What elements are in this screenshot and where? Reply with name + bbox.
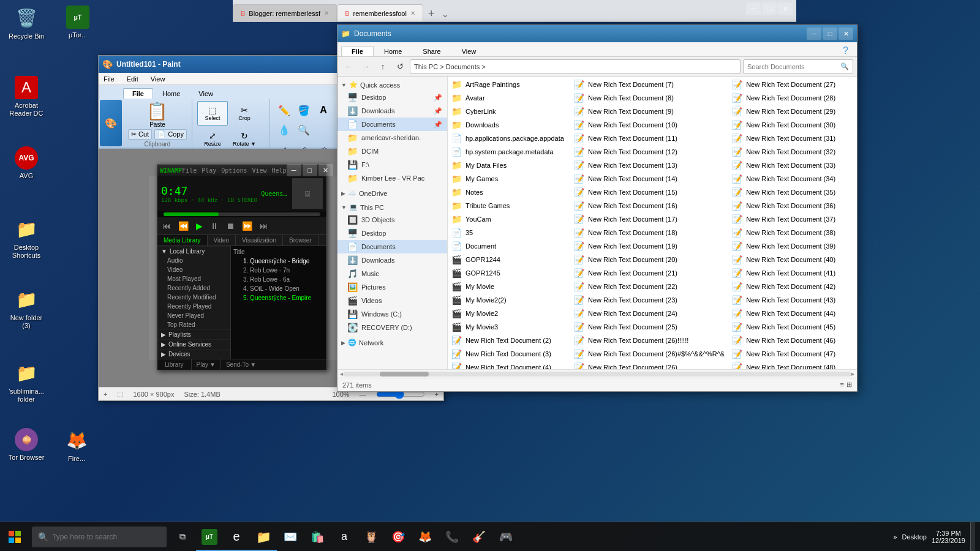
file-rtf48[interactable]: 📝New Rich Text Document (48) bbox=[728, 361, 857, 369]
file-rtf15[interactable]: 📝New Rich Text Document (15) bbox=[570, 186, 728, 199]
file-rtf19[interactable]: 📝New Rich Text Document (19) bbox=[570, 239, 728, 253]
winamp-tab-browser[interactable]: Browser bbox=[283, 235, 318, 246]
file-notes[interactable]: 📁Notes bbox=[448, 186, 570, 199]
file-rtf4[interactable]: 📝New Rich Text Document (4) bbox=[448, 361, 570, 369]
winamp-sendto-btn[interactable]: Send-To ▼ bbox=[221, 359, 261, 370]
pencil-btn[interactable]: ✏️ bbox=[275, 101, 293, 119]
hscroll-track[interactable] bbox=[343, 372, 851, 377]
explorer-search-input[interactable] bbox=[747, 63, 838, 70]
browser-tab-2[interactable]: B rememberlessfool ✕ bbox=[337, 4, 423, 21]
desktop-icon-shortcuts[interactable]: 📁 Desktop Shortcuts bbox=[5, 214, 48, 262]
winamp-library-btn[interactable]: Library bbox=[157, 359, 192, 370]
file-rtf11[interactable]: 📝New Rich Text Document (11) bbox=[570, 132, 728, 145]
file-mymovie3[interactable]: 🎬My Movie3 bbox=[448, 320, 570, 334]
paint-menu-edit[interactable]: Edit bbox=[124, 75, 141, 83]
tab2-close[interactable]: ✕ bbox=[410, 10, 415, 17]
taskbar-clock[interactable]: 7:39 PM 12/23/2019 bbox=[932, 530, 965, 544]
winamp-pl-item-1[interactable]: 1. Queensrÿche - Bridge bbox=[233, 257, 324, 266]
taskbar-gaming-btn[interactable]: 🎮 bbox=[492, 522, 519, 552]
paint-menu-file[interactable]: File bbox=[101, 75, 117, 83]
winamp-tab-medialibrary[interactable]: Media Library bbox=[157, 235, 208, 246]
desktop-icon-new-folder[interactable]: 📁 New folder (3) bbox=[5, 285, 48, 332]
sidebar-item-desktop[interactable]: 🖥️ Desktop 📌 bbox=[337, 91, 447, 104]
paint-tab-view[interactable]: View bbox=[189, 88, 222, 99]
winamp-pl-item-5[interactable]: 5. Queensrÿche - Empire bbox=[233, 293, 324, 302]
file-rtf44[interactable]: 📝New Rich Text Document (44) bbox=[728, 307, 857, 320]
file-rtf21[interactable]: 📝New Rich Text Document (21) bbox=[570, 266, 728, 280]
sidebar-recovery-d[interactable]: 💽 RECOVERY (D:) bbox=[337, 321, 447, 334]
winamp-local-library-header[interactable]: ▼ Local Library bbox=[157, 246, 230, 256]
explorer-tab-share[interactable]: Share bbox=[412, 46, 451, 56]
winamp-menu-options[interactable]: Options bbox=[221, 167, 247, 174]
taskbar-explorer-btn[interactable]: 📁 bbox=[250, 522, 277, 552]
taskbar-edge-btn[interactable]: e bbox=[223, 522, 250, 552]
file-rtf41[interactable]: 📝New Rich Text Document (41) bbox=[728, 266, 857, 280]
taskbar-search-box[interactable]: 🔍 bbox=[32, 527, 167, 547]
winamp-tab-video[interactable]: Video bbox=[208, 235, 236, 246]
winamp-playlists-header[interactable]: ▶ Playlists bbox=[157, 329, 230, 339]
file-rtf28[interactable]: 📝New Rich Text Document (28) bbox=[728, 91, 857, 105]
fill-btn[interactable]: 🪣 bbox=[295, 101, 313, 119]
winamp-lib-recently-played[interactable]: Recently Played bbox=[157, 302, 230, 311]
file-rtf26[interactable]: 📝New Rich Text Document (26) bbox=[570, 361, 728, 369]
file-rtf20[interactable]: 📝New Rich Text Document (20) bbox=[570, 253, 728, 266]
winamp-maximize-btn[interactable]: □ bbox=[303, 164, 317, 176]
explorer-tiles-view-btn[interactable]: ⊞ bbox=[846, 381, 852, 389]
thispc-header[interactable]: ▼ 💻 This PC bbox=[337, 201, 447, 213]
sidebar-item-documents[interactable]: 📄 Documents 📌 bbox=[337, 118, 447, 131]
file-rtf39[interactable]: 📝New Rich Text Document (39) bbox=[728, 239, 857, 253]
sidebar-pictures[interactable]: 🖼️ Pictures bbox=[337, 280, 447, 294]
file-rtf16[interactable]: 📝New Rich Text Document (16) bbox=[570, 199, 728, 212]
file-downloads[interactable]: 📁Downloads bbox=[448, 118, 570, 132]
file-rtf10[interactable]: 📝New Rich Text Document (10) bbox=[570, 118, 728, 132]
browser-tab-menu[interactable]: ⌄ bbox=[439, 7, 451, 21]
desktop-icon-recycle-bin[interactable]: 🗑️ Recycle Bin bbox=[5, 3, 48, 43]
tab1-close[interactable]: ✕ bbox=[324, 10, 329, 17]
file-rtf24[interactable]: 📝New Rich Text Document (24) bbox=[570, 307, 728, 320]
cut-btn[interactable]: ✂ Cut bbox=[128, 129, 152, 140]
file-document[interactable]: 📄Document bbox=[448, 239, 570, 253]
file-rtf25[interactable]: 📝New Rich Text Document (25) bbox=[570, 320, 728, 334]
winamp-minimize-btn[interactable]: ─ bbox=[287, 164, 301, 176]
crop-btn[interactable]: ✂ Crop bbox=[229, 101, 260, 126]
sidebar-windows-c[interactable]: 💾 Windows (C:) bbox=[337, 307, 447, 321]
file-artrage[interactable]: 📁ArtRage Paintings bbox=[448, 78, 570, 91]
file-rtf23[interactable]: 📝New Rich Text Document (23) bbox=[570, 293, 728, 307]
file-rtf8[interactable]: 📝New Rich Text Document (8) bbox=[570, 91, 728, 105]
taskbar-firefox-btn[interactable]: 🦊 bbox=[412, 522, 439, 552]
file-rtf30[interactable]: 📝New Rich Text Document (30) bbox=[728, 118, 857, 132]
winamp-menu-play[interactable]: Play bbox=[202, 167, 216, 174]
file-mymovie22[interactable]: 🎬My Movie2(2) bbox=[448, 293, 570, 307]
quick-access-header[interactable]: ▼ ⭐ Quick access bbox=[337, 79, 447, 91]
file-rtf42[interactable]: 📝New Rich Text Document (42) bbox=[728, 280, 857, 293]
select-btn[interactable]: ⬚ Select bbox=[197, 101, 228, 126]
winamp-seek-track[interactable] bbox=[164, 212, 320, 216]
resize-btn[interactable]: ⤢ Resize bbox=[197, 127, 228, 151]
desktop-icon-firefox[interactable]: 🦊 Fire... bbox=[55, 425, 98, 465]
magnify-btn[interactable]: 🔍 bbox=[295, 121, 313, 139]
taskbar-store-btn[interactable]: 🛍️ bbox=[304, 522, 331, 552]
explorer-refresh-btn[interactable]: ↺ bbox=[393, 59, 407, 74]
taskbar-overflow-btn[interactable]: » bbox=[893, 533, 897, 541]
file-rtf35[interactable]: 📝New Rich Text Document (35) bbox=[728, 186, 857, 199]
paint-paste-btn[interactable]: 📋 Paste bbox=[146, 101, 168, 128]
browser-close-btn[interactable]: ✕ bbox=[778, 2, 793, 15]
explorer-up-btn[interactable]: ↑ bbox=[375, 59, 390, 74]
file-rtf40[interactable]: 📝New Rich Text Document (40) bbox=[728, 253, 857, 266]
file-mygames[interactable]: 📁My Games bbox=[448, 172, 570, 186]
explorer-details-view-btn[interactable]: ≡ bbox=[840, 381, 844, 389]
picker-btn[interactable]: 💧 bbox=[275, 121, 293, 139]
winamp-stop-btn[interactable]: ⏹ bbox=[224, 220, 237, 232]
sidebar-item-fslash[interactable]: 💾 F:\ bbox=[337, 158, 447, 171]
file-rtf7[interactable]: 📝New Rich Text Document (7) bbox=[570, 78, 728, 91]
file-gopr1244[interactable]: 🎬GOPR1244 bbox=[448, 253, 570, 266]
winamp-devices-header[interactable]: ▶ Devices bbox=[157, 349, 230, 359]
taskbar-taskview-btn[interactable]: ⧉ bbox=[169, 522, 196, 552]
file-rtf2[interactable]: 📝New Rich Text Document (2) bbox=[448, 334, 570, 347]
file-rtf32[interactable]: 📝New Rich Text Document (32) bbox=[728, 145, 857, 159]
file-rtf3[interactable]: 📝New Rich Text Document (3) bbox=[448, 347, 570, 361]
winamp-online-header[interactable]: ▶ Online Services bbox=[157, 339, 230, 349]
winamp-play-btn2[interactable]: Play ▼ bbox=[192, 359, 221, 370]
browser-newtab-btn[interactable]: + bbox=[423, 6, 440, 21]
paint-tab-file[interactable]: File bbox=[123, 88, 153, 99]
